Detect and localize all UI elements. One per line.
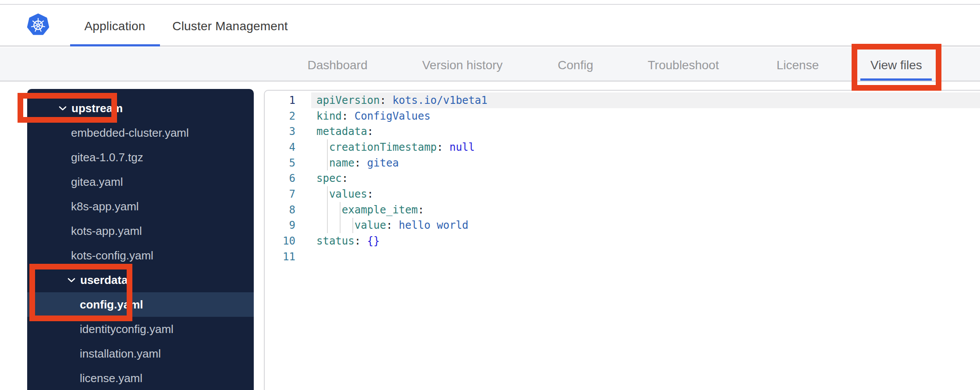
line-number: 8	[265, 204, 295, 216]
code-line-text: spec:	[311, 170, 980, 186]
code-line-text: name: gitea	[311, 155, 980, 171]
code-line-text: values:	[311, 186, 980, 202]
tree-item-label: gitea.yaml	[71, 175, 123, 189]
view-files-tab-underline	[860, 78, 932, 81]
kots-admin-console: ApplicationCluster Management DashboardV…	[0, 0, 980, 390]
tree-file-identityconfig.yaml[interactable]: identityconfig.yaml	[27, 317, 254, 341]
tree-item-label: identityconfig.yaml	[80, 323, 174, 336]
code-line-text: status: {}	[311, 233, 980, 249]
nav-tab-view-files[interactable]: View files	[870, 58, 922, 72]
line-number: 6	[265, 172, 295, 184]
line-number: 10	[265, 235, 295, 247]
tree-file-gitea.yaml[interactable]: gitea.yaml	[27, 170, 254, 194]
nav-tab-version-history[interactable]: Version history	[422, 58, 503, 72]
indent-guide	[327, 218, 328, 234]
tree-item-label: userdata	[80, 273, 128, 287]
line-number: 5	[265, 157, 295, 169]
chevron-down-icon	[67, 277, 75, 283]
indent-guide	[327, 186, 328, 202]
line-number: 4	[265, 141, 295, 153]
code-line-text: kind: ConfigValues	[311, 108, 980, 124]
nav-tab-troubleshoot[interactable]: Troubleshoot	[648, 58, 719, 72]
tree-item-label: kots-app.yaml	[71, 224, 142, 238]
line-number: 7	[265, 188, 295, 200]
nav-tab-license[interactable]: License	[777, 58, 819, 72]
indent-guide	[327, 202, 328, 218]
code-line-5: 5 name: gitea	[265, 155, 980, 171]
code-line-6: 6spec:	[265, 170, 980, 186]
code-line-8: 8 example_item:	[265, 202, 980, 218]
code-line-1: 1apiVersion: kots.io/v1beta1	[265, 92, 980, 108]
code-line-text	[311, 249, 980, 265]
tree-file-embedded-cluster.yaml[interactable]: embedded-cluster.yaml	[27, 121, 254, 145]
app-header: ApplicationCluster Management	[0, 5, 980, 46]
yaml-editor-panel[interactable]: 1apiVersion: kots.io/v1beta12kind: Confi…	[264, 90, 980, 390]
code-line-10: 10status: {}	[265, 233, 980, 249]
code-viewer: 1apiVersion: kots.io/v1beta12kind: Confi…	[265, 91, 980, 265]
tree-file-gitea-1.0.7.tgz[interactable]: gitea-1.0.7.tgz	[27, 145, 254, 170]
kubernetes-logo-icon	[27, 13, 49, 36]
tree-file-installation.yaml[interactable]: installation.yaml	[27, 341, 254, 366]
tree-file-kots-app.yaml[interactable]: kots-app.yaml	[27, 219, 254, 243]
application-tab-underline	[70, 44, 160, 46]
line-number: 9	[265, 219, 295, 231]
header-tab-application[interactable]: Application	[84, 19, 145, 33]
file-tree-sidebar[interactable]: upstreamembedded-cluster.yamlgitea-1.0.7…	[27, 89, 254, 390]
tree-item-label: k8s-app.yaml	[71, 200, 139, 213]
code-line-2: 2kind: ConfigValues	[265, 108, 980, 124]
line-number: 2	[265, 110, 295, 122]
line-number: 3	[265, 125, 295, 138]
code-line-text: creationTimestamp: null	[311, 139, 980, 155]
code-line-text: apiVersion: kots.io/v1beta1	[311, 92, 980, 108]
indent-guide	[327, 155, 328, 171]
indent-guide	[340, 202, 341, 218]
code-line-9: 9 value: hello world	[265, 218, 980, 234]
tree-file-kots-config.yaml[interactable]: kots-config.yaml	[27, 243, 254, 268]
tree-folder-userdata[interactable]: userdata	[27, 268, 254, 292]
code-line-text: metadata:	[311, 124, 980, 139]
code-line-3: 3metadata:	[265, 124, 980, 139]
tree-item-label: gitea-1.0.7.tgz	[71, 151, 143, 164]
tree-file-license.yaml[interactable]: license.yaml	[27, 366, 254, 390]
indent-guide	[352, 218, 353, 234]
chevron-down-icon	[59, 106, 67, 111]
secondary-nav: DashboardVersion historyConfigTroublesho…	[0, 47, 980, 82]
code-line-text: example_item:	[311, 202, 980, 218]
code-line-7: 7 values:	[265, 186, 980, 202]
tree-file-k8s-app.yaml[interactable]: k8s-app.yaml	[27, 194, 254, 219]
tree-item-label: upstream	[71, 102, 123, 115]
nav-tab-dashboard[interactable]: Dashboard	[308, 58, 368, 72]
line-number: 11	[265, 251, 295, 263]
line-number: 1	[265, 94, 295, 106]
tree-item-label: license.yaml	[80, 372, 142, 385]
tree-item-label: embedded-cluster.yaml	[71, 126, 189, 140]
code-line-4: 4 creationTimestamp: null	[265, 139, 980, 155]
nav-tab-config[interactable]: Config	[558, 58, 593, 72]
tree-item-label: installation.yaml	[80, 347, 161, 361]
code-line-text: value: hello world	[311, 218, 980, 234]
indent-guide	[340, 218, 341, 234]
indent-guide	[327, 139, 328, 155]
tree-item-label: kots-config.yaml	[71, 249, 153, 262]
code-line-11: 11	[265, 249, 980, 265]
header-tab-cluster-management[interactable]: Cluster Management	[172, 19, 288, 33]
tree-folder-upstream[interactable]: upstream	[27, 96, 254, 121]
tree-item-label: config.yaml	[80, 298, 143, 312]
tree-file-config.yaml[interactable]: config.yaml	[27, 292, 254, 317]
